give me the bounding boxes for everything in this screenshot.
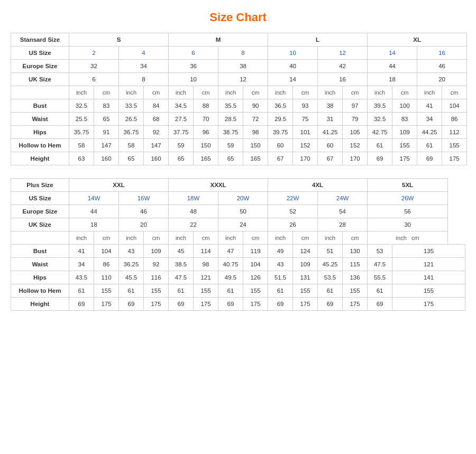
measurement-label: Waist [11,113,69,126]
measurement-cell: 32.5 [368,113,392,126]
measurement-cell: 86 [94,258,119,271]
table-row: Bust41104431094511447119491245113053135 [11,245,465,258]
plus-eu-56: 56 [368,205,448,218]
plus-eu-size-label: Europe Size [11,205,69,218]
measurement-cell: 104 [94,245,119,258]
measurement-cell: 69 [368,298,392,311]
measurement-cell: 28.5 [218,113,243,126]
plus-uk-26: 26 [268,218,318,231]
measurement-cell: 65 [119,152,144,165]
table-row: Hips35.759136.759237.759638.759839.75101… [11,126,467,139]
uk-12: 12 [218,73,268,86]
measurement-cell: 141 [392,271,465,284]
measurement-cell: 33.5 [119,99,144,113]
measurement-cell: 92 [144,258,169,271]
measurement-cell: 69 [417,152,442,165]
measurement-cell: 61 [218,284,243,298]
plus-unit-cm-6: cm [343,231,368,245]
standard-label: Stansard Size [11,33,69,47]
measurement-cell: 47 [218,245,243,258]
measurement-cell: 45.5 [119,271,144,284]
measurement-cell: 59 [218,139,243,152]
4xl-group: 4XL [268,179,368,192]
unit-inch-7: inch [368,86,392,99]
measurement-label: Bust [11,99,69,113]
uk-16: 16 [318,73,368,86]
unit-inch-6: inch [318,86,343,99]
eu-40: 40 [268,60,318,73]
unit-inch-5: inch [268,86,293,99]
eu-38: 38 [218,60,268,73]
measurement-cell: 32.5 [69,99,94,113]
measurement-cell: 63 [69,152,94,165]
measurement-cell: 165 [243,152,268,165]
unit-cm-7: cm [392,86,417,99]
table-row: Waist25.56526.56827.57028.57229.57531793… [11,113,467,126]
measurement-cell: 60 [268,139,293,152]
measurement-label: Waist [11,258,69,271]
measurement-cell: 90 [243,99,268,113]
measurement-cell: 58 [119,139,144,152]
measurement-cell: 27.5 [169,113,194,126]
measurement-label: Bust [11,245,69,258]
measurement-cell: 175 [442,152,467,165]
measurement-cell: 60 [318,139,343,152]
measurement-label: Hips [11,126,69,139]
measurement-cell: 119 [243,245,268,258]
us-10: 10 [268,47,318,60]
measurement-cell: 84 [144,99,169,113]
unit-cm-3: cm [194,86,218,99]
measurement-cell: 29.5 [268,113,293,126]
table-row: Hips43.511045.511647.512149.512651.51315… [11,271,465,284]
measurement-cell: 65 [218,152,243,165]
measurement-cell: 58 [69,139,94,152]
measurement-cell: 61 [417,139,442,152]
measurement-cell: 155 [343,284,368,298]
measurement-cell: 35.75 [69,126,94,139]
uk-6: 6 [69,73,119,86]
plus-uk-28: 28 [318,218,368,231]
measurement-cell: 61 [268,284,293,298]
plus-us-26w: 26W [368,192,448,205]
uk-size-label: UK Size [11,73,69,86]
measurement-cell: 36.75 [119,126,144,139]
measurement-cell: 49.5 [218,271,243,284]
measurement-cell: 112 [442,126,467,139]
plus-uk-size-label: UK Size [11,218,69,231]
eu-32: 32 [69,60,119,73]
measurement-cell: 53 [368,245,392,258]
plus-unit-cm-1: cm [94,231,119,245]
us-14: 14 [368,47,417,60]
unit-spacer [11,86,69,99]
measurement-cell: 135 [392,245,465,258]
measurement-cell: 175 [293,298,318,311]
us-6: 6 [169,47,218,60]
uk-18: 18 [368,73,417,86]
measurement-cell: 67 [268,152,293,165]
measurement-cell: 152 [343,139,368,152]
measurement-cell: 131 [293,271,318,284]
measurement-cell: 55.5 [368,271,392,284]
plus-eu-48: 48 [169,205,218,218]
measurement-cell: 91 [94,126,119,139]
measurement-cell: 175 [392,298,465,311]
measurement-cell: 175 [144,298,169,311]
plus-unit-inch-6: inch [318,231,343,245]
measurement-cell: 38 [318,99,343,113]
measurement-cell: 165 [194,152,218,165]
measurement-cell: 69 [119,298,144,311]
measurement-cell: 36.5 [268,99,293,113]
measurement-cell: 98 [194,258,218,271]
measurement-cell: 61 [169,284,194,298]
measurement-cell: 69 [318,298,343,311]
measurement-cell: 47.5 [169,271,194,284]
measurement-cell: 121 [392,258,465,271]
measurement-cell: 68 [144,113,169,126]
measurement-cell: 110 [94,271,119,284]
plus-unit-inch-2: inch [119,231,144,245]
measurement-cell: 37.75 [169,126,194,139]
eu-34: 34 [119,60,169,73]
us-16: 16 [417,47,467,60]
us-8: 8 [218,47,268,60]
measurement-label: Height [11,298,69,311]
